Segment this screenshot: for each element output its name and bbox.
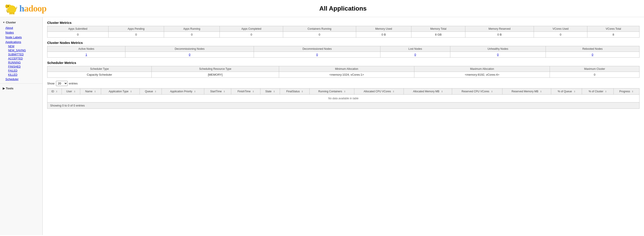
sidebar-item-finished[interactable]: FINISHED xyxy=(0,65,42,69)
cluster-label: Cluster xyxy=(6,21,16,24)
col-rebooted-nodes: Rebooted Nodes xyxy=(546,46,640,52)
sidebar-item-new-saving[interactable]: NEW_SAVING xyxy=(0,48,42,52)
sort-running-containers-icon: ⇕ xyxy=(344,90,346,93)
scheduler-metrics-title: Scheduler Metrics xyxy=(47,61,640,65)
cluster-section-header[interactable]: ▼ Cluster xyxy=(0,19,42,26)
col-lost-nodes: Lost Nodes xyxy=(380,46,450,52)
sidebar-item-nodes[interactable]: Nodes xyxy=(0,30,42,35)
no-data-row: No data available in table xyxy=(48,95,640,102)
table-footer: Showing 0 to 0 of 0 entries xyxy=(47,102,640,109)
sort-alloc-mem-icon: ⇕ xyxy=(441,90,443,93)
tools-section-header[interactable]: ▶ Tools xyxy=(0,85,42,91)
col-active-nodes: Active Nodes xyxy=(48,46,126,52)
col-memory-reserved: Memory Reserved xyxy=(465,26,534,32)
sort-res-cpu-icon: ⇕ xyxy=(491,90,493,93)
col-scheduling-resource-type: Scheduling Resource Type xyxy=(152,66,279,72)
val-decommissioning-nodes[interactable]: 0 xyxy=(126,52,254,58)
col-memory-total: Memory Total xyxy=(412,26,465,32)
th-user[interactable]: User ⇕ xyxy=(62,88,80,95)
th-final-status[interactable]: FinalStatus ⇕ xyxy=(280,88,310,95)
sidebar-item-scheduler[interactable]: Scheduler xyxy=(0,77,42,81)
sort-app-type-icon: ⇕ xyxy=(130,90,132,93)
val-containers-running: 0 xyxy=(283,32,356,38)
th-start-time[interactable]: StartTime ⇕ xyxy=(204,88,231,95)
th-progress[interactable]: Progress ⇕ xyxy=(614,88,639,95)
th-state[interactable]: State ⇕ xyxy=(260,88,280,95)
sort-start-time-icon: ⇕ xyxy=(223,90,225,93)
col-vcores-used: VCores Used xyxy=(534,26,587,32)
val-apps-submitted: 0 xyxy=(48,32,108,38)
th-reserved-cpu-vcores[interactable]: Reserved CPU VCores ⇕ xyxy=(452,88,502,95)
sort-progress-icon: ⇕ xyxy=(632,90,634,93)
th-allocated-memory-mb[interactable]: Allocated Memory MB ⇕ xyxy=(404,88,452,95)
svg-point-3 xyxy=(8,6,9,7)
sidebar-item-killed[interactable]: KILLED xyxy=(0,73,42,77)
sort-user-icon: ⇕ xyxy=(74,90,76,93)
hadoop-brand-text: hadoop xyxy=(19,3,46,14)
th-finish-time[interactable]: FinishTime ⇕ xyxy=(231,88,260,95)
val-scheduling-resource-type: [MEMORY] xyxy=(152,72,279,78)
sidebar-item-failed[interactable]: FAILED xyxy=(0,69,42,73)
layout: ▼ Cluster About Nodes Node Labels Applic… xyxy=(0,17,644,235)
val-vcores-used: 0 xyxy=(534,32,587,38)
val-scheduler-type: Capacity Scheduler xyxy=(48,72,152,78)
col-decommissioning-nodes: Decommissioning Nodes xyxy=(126,46,254,52)
val-rebooted-nodes[interactable]: 0 xyxy=(546,52,640,58)
sort-final-status-icon: ⇕ xyxy=(301,90,303,93)
sort-alloc-cpu-icon: ⇕ xyxy=(392,90,394,93)
th-allocated-cpu-vcores[interactable]: Allocated CPU VCores ⇕ xyxy=(354,88,404,95)
th-application-type[interactable]: Application Type ⇕ xyxy=(101,88,140,95)
main-content: Cluster Metrics Apps Submitted Apps Pend… xyxy=(43,17,644,235)
val-memory-used: 0 B xyxy=(356,32,412,38)
val-memory-total: 8 GB xyxy=(412,32,465,38)
val-minimum-allocation: <memory:1024, vCores:1> xyxy=(279,72,414,78)
svg-rect-4 xyxy=(10,13,11,15)
sidebar-item-node-labels[interactable]: Node Labels xyxy=(0,35,42,40)
sort-name-icon: ⇕ xyxy=(94,90,96,93)
cluster-metrics-title: Cluster Metrics xyxy=(47,21,640,25)
val-decommissioned-nodes[interactable]: 0 xyxy=(254,52,380,58)
col-apps-completed: Apps Completed xyxy=(220,26,283,32)
sort-res-mem-icon: ⇕ xyxy=(540,90,542,93)
sort-queue-icon: ⇕ xyxy=(154,90,156,93)
th-application-priority[interactable]: Application Priority ⇕ xyxy=(162,88,204,95)
applications-table: ID ⇕ User ⇕ Name ⇕ Application Type ⇕ xyxy=(47,88,640,102)
val-lost-nodes[interactable]: 0 xyxy=(380,52,450,58)
svg-point-2 xyxy=(6,5,8,8)
val-active-nodes[interactable]: 1 xyxy=(48,52,126,58)
th-pct-of-queue[interactable]: % of Queue ⇕ xyxy=(551,88,582,95)
scheduler-metrics-table: Scheduler Type Scheduling Resource Type … xyxy=(47,66,640,78)
th-pct-of-cluster[interactable]: % of Cluster ⇕ xyxy=(582,88,614,95)
col-scheduler-type: Scheduler Type xyxy=(48,66,152,72)
sidebar-item-running[interactable]: RUNNING xyxy=(0,61,42,65)
th-name[interactable]: Name ⇕ xyxy=(80,88,101,95)
sidebar-item-applications[interactable]: Applications xyxy=(0,40,42,44)
col-apps-pending: Apps Pending xyxy=(108,26,164,32)
th-id[interactable]: ID ⇕ xyxy=(48,88,62,95)
sidebar-item-accepted[interactable]: ACCEPTED xyxy=(0,57,42,61)
col-memory-used: Memory Used xyxy=(356,26,412,32)
entries-select[interactable]: 102050100 xyxy=(56,81,68,86)
th-reserved-memory-mb[interactable]: Reserved Memory MB ⇕ xyxy=(502,88,551,95)
logo-area: hadoop xyxy=(4,2,46,15)
no-data-message: No data available in table xyxy=(48,95,640,102)
cluster-nodes-metrics-title: Cluster Nodes Metrics xyxy=(47,41,640,45)
page-title: All Applications xyxy=(46,5,640,12)
th-queue[interactable]: Queue ⇕ xyxy=(140,88,162,95)
th-running-containers[interactable]: Running Containers ⇕ xyxy=(310,88,354,95)
val-apps-completed: 0 xyxy=(220,32,283,38)
val-memory-reserved: 0 B xyxy=(465,32,534,38)
sidebar-item-about[interactable]: About xyxy=(0,26,42,30)
col-decommissioned-nodes: Decommissioned Nodes xyxy=(254,46,380,52)
cluster-section: ▼ Cluster About Nodes Node Labels Applic… xyxy=(0,19,42,81)
sidebar-item-new[interactable]: NEW xyxy=(0,44,42,48)
tools-arrow: ▶ xyxy=(3,87,5,90)
sort-state-icon: ⇕ xyxy=(273,90,275,93)
sort-priority-icon: ⇕ xyxy=(194,90,196,93)
cluster-metrics-table: Apps Submitted Apps Pending Apps Running… xyxy=(47,26,640,38)
val-unhealthy-nodes[interactable]: 0 xyxy=(450,52,546,58)
sort-pct-cluster-icon: ⇕ xyxy=(605,90,607,93)
footer-message: Showing 0 to 0 of 0 entries xyxy=(50,104,85,107)
sidebar-item-submitted[interactable]: SUBMITTED xyxy=(0,52,42,57)
sidebar: ▼ Cluster About Nodes Node Labels Applic… xyxy=(0,17,43,235)
